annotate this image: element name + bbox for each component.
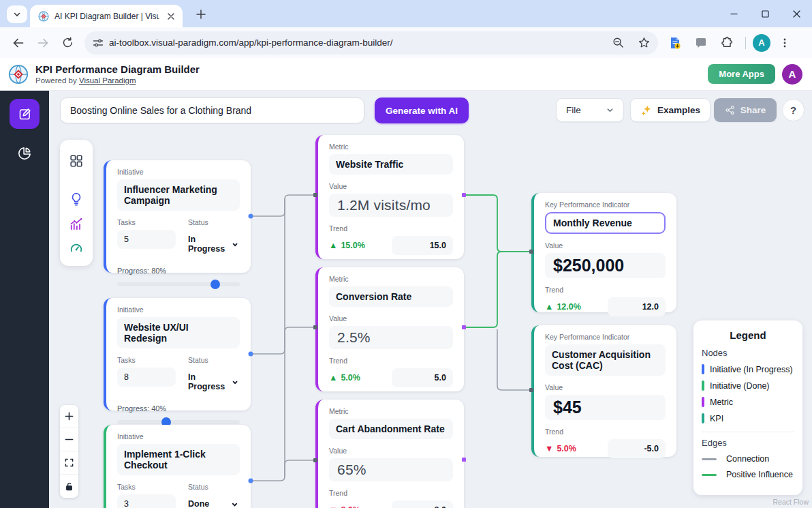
app-sidebar bbox=[0, 91, 49, 508]
bookmark-button[interactable] bbox=[634, 33, 654, 53]
forward-button[interactable] bbox=[31, 31, 54, 55]
status-select[interactable]: In Progress bbox=[188, 368, 240, 396]
zoom-in-button[interactable] bbox=[60, 405, 78, 428]
share-button[interactable]: Share bbox=[714, 98, 777, 122]
edge-positive-metric1-kpi1[interactable] bbox=[464, 195, 531, 252]
chevron-down-icon bbox=[232, 378, 238, 386]
tab-close-button[interactable] bbox=[165, 10, 177, 23]
lock-toggle-button[interactable] bbox=[60, 475, 78, 498]
metric-title-input[interactable]: Conversion Rate bbox=[329, 286, 453, 307]
edge-connection-initiative2-metric2[interactable] bbox=[251, 327, 315, 354]
kebab-menu-icon bbox=[779, 38, 790, 48]
metric-value-input[interactable]: 65% bbox=[329, 458, 453, 481]
generate-ai-button[interactable]: Generate with AI bbox=[375, 98, 469, 123]
maximize-icon bbox=[762, 10, 769, 18]
metric-title-input[interactable]: Cart Abandonment Rate bbox=[329, 419, 453, 439]
kpi-node-revenue[interactable]: Key Performance Indicator Monthly Revenu… bbox=[531, 193, 676, 312]
chevron-down-icon bbox=[231, 500, 238, 508]
trend-value-input[interactable]: 12.0 bbox=[608, 297, 666, 316]
metric-node-conversion[interactable]: Metric Conversion Rate Value 2.5% Trend … bbox=[315, 267, 464, 391]
examples-button[interactable]: Examples bbox=[630, 98, 710, 122]
initiative-node-tool[interactable] bbox=[68, 192, 84, 207]
help-button[interactable]: ? bbox=[782, 99, 805, 121]
metric-node-cart-abandonment[interactable]: Metric Cart Abandonment Rate Value 65% T… bbox=[315, 400, 464, 508]
reload-icon bbox=[62, 37, 74, 48]
sidebar-item-charts[interactable] bbox=[17, 146, 32, 161]
progress-slider[interactable] bbox=[117, 282, 240, 286]
visual-paradigm-link[interactable]: Visual Paradigm bbox=[79, 76, 136, 85]
browser-profile-avatar[interactable]: A bbox=[753, 34, 770, 52]
file-menu-button[interactable]: File bbox=[556, 98, 624, 122]
edge-connection-initiative1-metric1[interactable] bbox=[251, 195, 315, 216]
metric-value-input[interactable]: 2.5% bbox=[329, 326, 453, 349]
status-label: Status bbox=[188, 356, 240, 364]
legend-item-metric: Metric bbox=[702, 397, 794, 407]
zoom-page-button[interactable] bbox=[608, 33, 628, 53]
edge-connection-metric2-kpi2[interactable] bbox=[497, 329, 531, 390]
edge-positive-metric2-kpi1[interactable] bbox=[464, 252, 531, 327]
initiative-node-influencer[interactable]: Initiative Influencer Marketing Campaign… bbox=[104, 160, 251, 273]
trend-value-input[interactable]: 15.0 bbox=[392, 236, 453, 255]
trend-label: Trend bbox=[545, 428, 666, 436]
window-controls bbox=[718, 0, 812, 27]
url-text: ai-toolbox.visual-paradigm.com/app/kpi-p… bbox=[109, 38, 602, 48]
status-select[interactable]: Done bbox=[188, 494, 240, 508]
progress-label: Progress: 40% bbox=[117, 404, 240, 413]
metric-node-traffic[interactable]: Metric Website Traffic Value 1.2M visits… bbox=[315, 135, 464, 259]
app-user-avatar[interactable]: A bbox=[782, 64, 802, 85]
tasks-input[interactable]: 5 bbox=[117, 230, 176, 249]
tasks-input[interactable]: 8 bbox=[117, 368, 176, 387]
initiative-node-checkout[interactable]: Initiative Implement 1-Click Checkout Ta… bbox=[104, 425, 251, 508]
kpi-value-input[interactable]: $45 bbox=[545, 395, 666, 420]
zoom-out-button[interactable] bbox=[60, 428, 78, 451]
initiative-title-input[interactable]: Influencer Marketing Campaign bbox=[117, 179, 240, 211]
close-icon bbox=[168, 13, 174, 20]
trend-label: Trend bbox=[329, 224, 453, 233]
tab-search-button[interactable] bbox=[7, 5, 27, 23]
more-apps-button[interactable]: More Apps bbox=[708, 64, 775, 84]
legend-edges-label: Edges bbox=[702, 438, 794, 448]
side-panel-extension-button[interactable] bbox=[689, 31, 713, 55]
trend-value-input[interactable]: 5.0 bbox=[392, 368, 453, 387]
app-header: KPI Performance Diagram Builder Powered … bbox=[0, 58, 812, 91]
metric-node-tool[interactable] bbox=[68, 216, 84, 231]
kpi-title-input[interactable]: Customer Acquisition Cost (CAC) bbox=[545, 344, 666, 376]
status-select[interactable]: In Progress bbox=[188, 230, 240, 258]
kpi-node-cac[interactable]: Key Performance Indicator Customer Acqui… bbox=[531, 325, 676, 457]
trend-value-input[interactable]: -5.0 bbox=[608, 439, 666, 458]
tasks-input[interactable]: 3 bbox=[117, 494, 176, 508]
progress-slider[interactable] bbox=[117, 420, 240, 424]
initiative-title-input[interactable]: Website UX/UI Redesign bbox=[117, 317, 240, 348]
kpi-value-input[interactable]: $250,000 bbox=[545, 253, 666, 278]
extensions-button[interactable] bbox=[715, 31, 738, 55]
metric-title-input[interactable]: Website Traffic bbox=[329, 154, 453, 175]
swatch-purple bbox=[702, 397, 704, 407]
fit-view-button[interactable] bbox=[60, 451, 78, 475]
browser-tab[interactable]: AI KPI Diagram Builder | Visualiz bbox=[30, 5, 183, 27]
node-type-label: Initiative bbox=[117, 432, 240, 440]
address-bar[interactable]: ai-toolbox.visual-paradigm.com/app/kpi-p… bbox=[84, 31, 658, 55]
browser-menu-button[interactable] bbox=[773, 31, 796, 55]
maximize-button[interactable] bbox=[749, 0, 781, 27]
reload-button[interactable] bbox=[56, 31, 79, 55]
initiative-node-redesign[interactable]: Initiative Website UX/UI Redesign Tasks … bbox=[104, 298, 251, 410]
layout-grid-tool[interactable] bbox=[68, 153, 84, 168]
docs-extension-button[interactable] bbox=[663, 31, 687, 55]
trend-indicator: ▲ 15.0% bbox=[329, 241, 385, 250]
initiative-title-input[interactable]: Implement 1-Click Checkout bbox=[117, 444, 240, 475]
back-arrow-icon bbox=[12, 37, 25, 49]
kpi-node-tool[interactable] bbox=[68, 241, 84, 256]
sidebar-item-editor[interactable] bbox=[10, 99, 40, 129]
back-button[interactable] bbox=[7, 31, 30, 55]
trend-value-input[interactable]: -8.0 bbox=[392, 500, 453, 508]
diagram-canvas[interactable]: Generate with AI File Examples Share ? bbox=[49, 91, 812, 508]
trend-label: Trend bbox=[329, 489, 453, 497]
new-tab-button[interactable] bbox=[192, 7, 210, 22]
close-window-button[interactable] bbox=[781, 0, 812, 27]
prompt-input[interactable] bbox=[60, 98, 364, 123]
minimize-button[interactable] bbox=[718, 0, 749, 27]
slider-thumb[interactable] bbox=[210, 280, 220, 289]
edge-connection-initiative3-metric3[interactable] bbox=[251, 460, 315, 481]
metric-value-input[interactable]: 1.2M visits/mo bbox=[329, 194, 453, 217]
kpi-title-input-focused[interactable]: Monthly Revenue bbox=[545, 212, 666, 234]
